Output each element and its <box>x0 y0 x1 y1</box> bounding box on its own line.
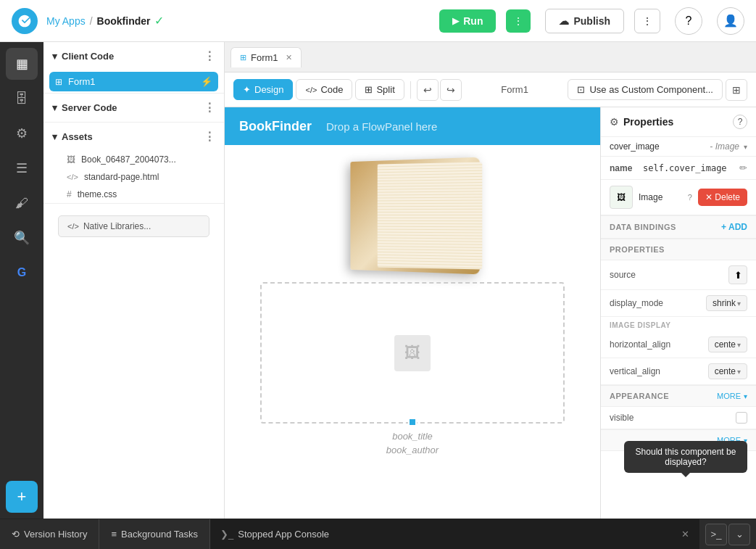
source-label: source <box>610 270 724 280</box>
main-area: ▦ 🗄 ⚙ ☰ 🖌 🔍 G + ▾ Client Code <box>0 42 756 519</box>
props-sliders-icon: ⚙ <box>610 116 619 128</box>
publish-label: Publish <box>573 15 610 27</box>
tooltip-box: Should this component be displayed? <box>624 441 747 473</box>
tooltip-text: Should this component be displayed? <box>636 447 736 467</box>
tab-form1[interactable]: ⊞ Form1 ✕ <box>230 47 302 67</box>
server-code-header[interactable]: ▾ Server Code ⋮ <box>43 94 224 122</box>
console-close-button[interactable]: ✕ <box>681 529 689 540</box>
properties-section-header: PROPERTIES <box>601 239 756 260</box>
sidebar-icon-theme[interactable]: 🖌 <box>6 187 38 219</box>
v-align-dropdown[interactable]: cente ▾ <box>708 363 747 379</box>
app-console-tab[interactable]: ❯_ Stopped App Console ✕ <box>210 519 699 549</box>
component-selector[interactable]: cover_image - Image ▾ <box>601 137 756 157</box>
current-app-name: Bookfinder <box>97 15 151 27</box>
asset3-label: theme.css <box>78 189 117 199</box>
properties-header: ⚙ Properties ? <box>601 107 756 137</box>
version-history-label: Version History <box>24 529 87 540</box>
name-edit-button[interactable]: ✏ <box>739 162 747 173</box>
editor-tabs: ⊞ Form1 ✕ <box>225 42 756 73</box>
name-value: self.cover_image <box>643 163 735 173</box>
canvas-header: BookFinder Drop a FlowPanel here <box>225 107 600 145</box>
component-type: - Image <box>710 141 739 152</box>
asset3-icon: # <box>67 189 72 199</box>
search-icon: 🔍 <box>14 230 30 246</box>
sidebar-icon-google[interactable]: G <box>6 257 38 289</box>
split-mode-button[interactable]: ⊞ Split <box>355 79 404 100</box>
sidebar-icon-settings[interactable]: ⚙ <box>6 117 38 149</box>
sidebar-icons: ▦ 🗄 ⚙ ☰ 🖌 🔍 G + <box>0 42 43 519</box>
sidebar-icon-database[interactable]: 🗄 <box>6 83 38 115</box>
h-align-dropdown[interactable]: cente ▾ <box>708 337 747 352</box>
native-libraries-button[interactable]: </> Native Libraries... <box>58 215 209 237</box>
app-status-check: ✓ <box>154 14 164 28</box>
custom-component-label: Use as Custom Component... <box>589 84 713 95</box>
background-tasks-tab[interactable]: ≡ Background Tasks <box>99 519 210 549</box>
background-tasks-label: Background Tasks <box>121 529 198 540</box>
assets-dots[interactable]: ⋮ <box>204 130 215 144</box>
brush-icon: 🖌 <box>15 196 28 211</box>
add-binding-button[interactable]: + ADD <box>721 222 747 232</box>
my-apps-link[interactable]: My Apps <box>46 15 86 27</box>
horizontal-align-prop-row: horizontal_align cente ▾ <box>601 331 756 358</box>
tab-form1-close[interactable]: ✕ <box>286 53 292 62</box>
sidebar-item-form1[interactable]: ⊞ Form1 ⚡ <box>49 72 218 91</box>
console-label: Stopped App Console <box>238 529 329 540</box>
visible-prop-row: visible <box>601 407 756 429</box>
client-code-dots[interactable]: ⋮ <box>204 49 215 63</box>
help-button[interactable]: ? <box>675 7 702 35</box>
assets-header[interactable]: ▾ Assets ⋮ <box>43 123 224 151</box>
source-icon-button[interactable]: ⬆ <box>728 265 747 284</box>
resize-handle[interactable] <box>408 418 417 426</box>
native-lib-code-icon: </> <box>67 222 79 231</box>
data-bindings-label: DATA BINDINGS <box>610 223 721 231</box>
image-help-icon[interactable]: ? <box>688 193 692 202</box>
expand-console-button[interactable]: ⌄ <box>728 524 750 545</box>
publish-options-button[interactable]: ⋮ <box>634 9 660 33</box>
asset-item-2[interactable]: </> standard-page.html <box>43 168 224 186</box>
run-button[interactable]: ▶ Run <box>439 9 496 33</box>
sidebar-icon-search[interactable]: 🔍 <box>6 222 38 254</box>
publish-button[interactable]: ☁ Publish <box>545 9 624 33</box>
canvas-content[interactable]: 🖼 book_title book_author <box>225 145 600 519</box>
background-tasks-icon: ≡ <box>111 529 117 540</box>
vertical-align-prop-row: vertical_align cente ▾ <box>601 358 756 385</box>
code-mode-button[interactable]: </> Code <box>296 79 352 100</box>
add-button[interactable]: + <box>6 481 38 513</box>
grid-icon: ▦ <box>16 56 28 72</box>
canvas-book-image[interactable] <box>333 152 492 279</box>
user-button[interactable]: 👤 <box>717 7 744 35</box>
sidebar-icon-list[interactable]: ☰ <box>6 152 38 184</box>
run-options-button[interactable]: ⋮ <box>506 9 531 33</box>
google-icon: G <box>17 266 26 279</box>
source-prop-row: source ⬆ <box>601 260 756 290</box>
visible-checkbox[interactable] <box>736 412 747 424</box>
appearance-more-button[interactable]: MORE <box>717 392 744 400</box>
canvas-drop-zone[interactable]: 🖼 <box>260 282 565 424</box>
custom-component-button[interactable]: ⊡ Use as Custom Component... <box>568 79 723 100</box>
split-label: Split <box>376 84 394 95</box>
terminal-button[interactable]: >_ <box>705 524 727 545</box>
client-code-header[interactable]: ▾ Client Code ⋮ <box>43 42 224 70</box>
v-align-arrow: ▾ <box>737 368 741 376</box>
image-label: Image <box>639 192 682 202</box>
h-align-label: horizontal_align <box>610 339 704 350</box>
image-display-label-row: IMAGE DISPLAY <box>601 317 756 331</box>
version-history-tab[interactable]: ⟲ Version History <box>0 519 99 549</box>
display-mode-dropdown[interactable]: shrink ▾ <box>706 295 747 311</box>
canvas-area: BookFinder Drop a FlowPanel here 🖼 book_… <box>225 107 600 519</box>
properties-help-button[interactable]: ? <box>733 115 747 129</box>
left-panel: ▾ Client Code ⋮ ⊞ Form1 ⚡ ▾ Server Code … <box>43 42 225 519</box>
sidebar-icon-components[interactable]: ▦ <box>6 48 38 80</box>
database-icon: 🗄 <box>15 91 28 107</box>
component-dropdown-arrow: ▾ <box>744 143 747 151</box>
design-mode-button[interactable]: ✦ Design <box>233 79 293 100</box>
layout-toggle-button[interactable]: ⊞ <box>726 79 747 101</box>
image-thumbnail: 🖼 <box>610 186 633 209</box>
redo-button[interactable]: ↪ <box>440 79 462 101</box>
server-code-dots[interactable]: ⋮ <box>204 101 215 115</box>
delete-button[interactable]: ✕ Delete <box>698 189 747 206</box>
asset-item-3[interactable]: # theme.css <box>43 186 224 203</box>
asset-item-1[interactable]: 🖼 Book_06487_2004073... <box>43 151 224 168</box>
plus-icon: + <box>17 487 27 506</box>
undo-button[interactable]: ↩ <box>417 79 439 101</box>
